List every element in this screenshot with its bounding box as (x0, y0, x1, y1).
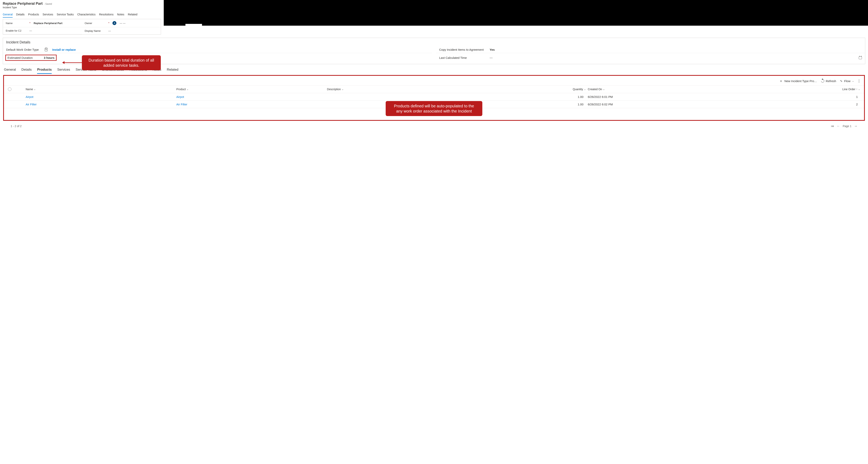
page-subtitle: Incident Type (3, 6, 161, 9)
refresh-label: Refresh (826, 79, 836, 83)
pager-first-button[interactable]: ⏮ (831, 124, 834, 128)
grid-header-row: Name⌄ Product⌄ Description⌄ Quantity⌄ Cr… (4, 85, 864, 93)
chevron-down-icon: ⌄ (584, 88, 586, 91)
plus-icon: ＋ (779, 79, 783, 83)
pager-prev-button[interactable]: ← (837, 124, 840, 128)
tabs-upper: General Details Products Services Servic… (3, 13, 161, 18)
estimated-duration-value[interactable]: 3 hours (44, 56, 55, 59)
tab-details-upper[interactable]: Details (16, 13, 25, 18)
chevron-down-icon: ⌄ (603, 88, 605, 91)
refresh-icon (820, 79, 825, 83)
default-wo-type-value[interactable]: Install or replace (52, 48, 76, 51)
tab-related-lower[interactable]: Related (167, 68, 179, 74)
pager-next-button[interactable]: → (854, 124, 857, 128)
flow-icon: ∿ (840, 79, 842, 83)
owner-label: Owner (85, 22, 106, 25)
display-name-value[interactable]: --- (108, 29, 111, 32)
select-all-checkbox[interactable] (8, 87, 11, 91)
last-calc-time-label: Last Calculated Time (439, 56, 487, 59)
enable-c2-value[interactable]: --- (29, 29, 32, 32)
row-created-on: 6/26/2022 6:01 PM (588, 95, 750, 98)
estimated-duration-label: Estimated Duration (7, 56, 39, 59)
row-name-link[interactable]: Air Filter (26, 103, 175, 106)
tab-notes-upper[interactable]: Notes (117, 13, 124, 18)
pager: 1 - 2 of 2 ⏮ ← Page 1 → (3, 121, 865, 129)
incident-details-card: Incident Details Default Work Order Type… (3, 38, 865, 64)
chevron-down-icon: ⌄ (34, 88, 36, 91)
chevron-down-icon: ⌄ (187, 88, 189, 91)
col-quantity[interactable]: Quantity⌄ (505, 88, 586, 91)
pager-summary: 1 - 2 of 2 (11, 124, 22, 128)
estimated-duration-highlight: Estimated Duration 3 hours (5, 55, 57, 61)
more-commands-button[interactable] (858, 79, 860, 83)
sort-ascending-icon: ↑ (856, 88, 857, 91)
pager-page-label: Page 1 (843, 124, 851, 128)
calendar-icon[interactable] (859, 56, 862, 59)
required-indicator: * (108, 22, 111, 25)
row-name-link[interactable]: Airpot (26, 95, 175, 98)
row-line-order: 2 (752, 103, 860, 106)
tab-details-lower[interactable]: Details (21, 68, 32, 74)
row-quantity: 1.00 (505, 103, 586, 106)
chevron-down-icon: ⌄ (858, 88, 860, 91)
tab-services-lower[interactable]: Services (57, 68, 70, 74)
table-row[interactable]: Airpot Airpot 1.00 6/26/2022 6:01 PM 1 (4, 93, 864, 100)
flow-label: Flow (844, 79, 850, 83)
incident-details-title: Incident Details (3, 40, 865, 47)
col-description[interactable]: Description⌄ (327, 88, 503, 91)
chevron-down-icon: ⌄ (342, 88, 344, 91)
general-form-card: Name * Replace Peripheral Part Owner * A… (3, 19, 161, 34)
col-line-order[interactable]: Line Order ↑⌄ (752, 88, 860, 91)
tab-products-upper[interactable]: Products (28, 13, 39, 18)
tab-services-upper[interactable]: Services (42, 13, 53, 18)
last-calc-time-value[interactable]: --- (490, 56, 493, 59)
page-title: Replace Peripheral Part (3, 2, 42, 6)
saved-indicator: - Saved (44, 3, 52, 5)
enable-c2-label: Enable for C2 (6, 29, 27, 32)
arrow-head-icon (62, 61, 64, 64)
owner-value[interactable]: --- --- (120, 22, 125, 25)
col-created-on[interactable]: Created On⌄ (588, 88, 750, 91)
row-product-link[interactable]: Air Filter (176, 103, 325, 106)
tab-service-tasks-upper[interactable]: Service Tasks (57, 13, 74, 18)
copy-incident-value[interactable]: Yes (490, 48, 495, 51)
row-product-link[interactable]: Airpot (176, 95, 325, 98)
grid-toolbar: ＋ New Incident Type Pro… Refresh ∿ Flow … (4, 76, 864, 85)
row-created-on: 6/26/2022 6:02 PM (588, 103, 750, 106)
copy-incident-label: Copy Incident Items to Agreement (439, 48, 487, 51)
name-label: Name (6, 22, 27, 25)
required-indicator: * (29, 22, 32, 25)
display-name-label: Display Name (85, 29, 106, 32)
clipboard-icon (45, 48, 48, 51)
tab-resolutions-upper[interactable]: Resolutions (99, 13, 114, 18)
name-value[interactable]: Replace Peripheral Part (34, 22, 62, 25)
refresh-button[interactable]: Refresh (821, 79, 836, 83)
new-incident-type-product-label: New Incident Type Pro… (784, 79, 817, 83)
flow-button[interactable]: ∿ Flow ⌄ (840, 79, 854, 83)
owner-avatar-icon: A (113, 21, 116, 25)
col-name[interactable]: Name⌄ (26, 88, 175, 91)
new-incident-type-product-button[interactable]: ＋ New Incident Type Pro… (779, 79, 817, 83)
redacted-top-right (164, 0, 868, 26)
row-quantity: 1.00 (505, 95, 586, 98)
tab-general-lower[interactable]: General (4, 68, 16, 74)
row-line-order: 1 (752, 95, 860, 98)
tab-general-upper[interactable]: General (3, 13, 12, 18)
arrow-line (64, 62, 82, 63)
duration-callout: Duration based on total duration of all … (82, 55, 161, 70)
tab-characteristics-upper[interactable]: Characteristics (77, 13, 96, 18)
products-callout: Products defined will be auto-populated … (386, 101, 482, 116)
default-wo-type-label: Default Work Order Type (6, 48, 42, 51)
chevron-down-icon: ⌄ (852, 80, 854, 82)
col-product[interactable]: Product⌄ (176, 88, 325, 91)
tab-related-upper[interactable]: Related (128, 13, 137, 18)
tab-products-lower[interactable]: Products (37, 68, 52, 74)
